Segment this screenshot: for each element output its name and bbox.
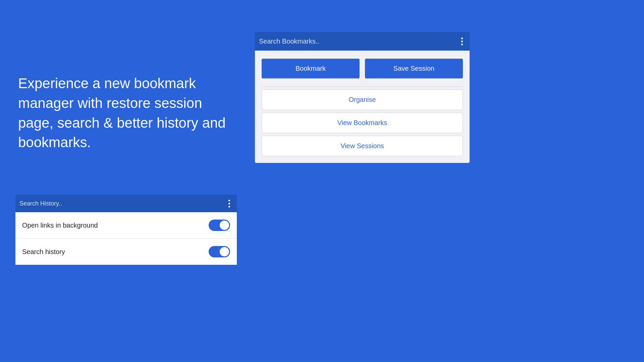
bookmark-actions: Bookmark Save Session [262,59,463,78]
view-bookmarks-button[interactable]: View Bookmarks [262,113,463,133]
history-menu-icon[interactable] [226,197,233,210]
toggle-history[interactable] [209,246,230,257]
history-popup: Open links in background Search history [15,195,237,265]
toggle-thumb [220,221,229,230]
history-search-input[interactable] [19,200,223,207]
bookmark-panel: Bookmark Save Session Organise View Book… [255,51,470,163]
bookmark-popup: Bookmark Save Session Organise View Book… [255,32,470,163]
save-session-button[interactable]: Save Session [365,59,463,78]
view-sessions-button[interactable]: View Sessions [262,136,463,156]
toggle-label-background: Open links in background [22,222,98,229]
toggle-row-history: Search history [15,239,237,265]
bookmark-search-bar [255,32,470,51]
organise-button[interactable]: Organise [262,89,463,110]
toggle-thumb-2 [220,247,229,256]
toggle-background[interactable] [209,220,230,231]
history-panel: Open links in background Search history [15,212,237,265]
description-text: Experience a new bookmark manager with r… [18,74,233,153]
bookmark-search-input[interactable] [259,38,456,45]
toggle-label-history: Search history [22,248,65,256]
bookmark-button[interactable]: Bookmark [262,59,360,78]
toggle-row-background: Open links in background [15,212,237,239]
bookmark-menu-icon[interactable] [459,35,466,48]
history-search-bar [15,195,237,212]
divider [262,86,463,87]
